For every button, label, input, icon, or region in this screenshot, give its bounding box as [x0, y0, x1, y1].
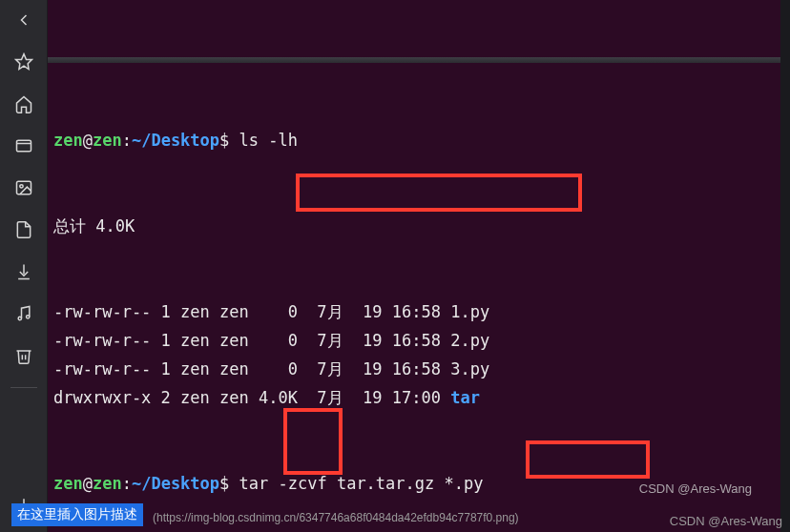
music-icon[interactable]: [10, 299, 38, 328]
svg-rect-3: [16, 181, 31, 194]
prompt-line: zen@zen:~/Desktop$ ls -lh: [53, 126, 775, 154]
download-icon[interactable]: [10, 257, 38, 286]
activity-bar: [0, 0, 48, 532]
video-icon[interactable]: [10, 132, 38, 160]
command-text: ls -lh: [239, 131, 298, 150]
trash-icon[interactable]: [10, 341, 38, 370]
svg-point-4: [19, 185, 22, 188]
ls-row: -rw-rw-r-- 1 zen zen 0 7月 19 16:58 3.py: [53, 355, 775, 383]
highlight-box: [283, 408, 343, 475]
sidebar-separator: [10, 387, 37, 388]
ls-total: 总计 4.0K: [53, 212, 775, 240]
caption-url: (https://img-blog.csdnimg.cn/6347746a68f…: [153, 511, 519, 524]
file-name: tar: [450, 388, 480, 407]
ls-row: drwxrwxr-x 2 zen zen 4.0K 7月 19 17:00 ta…: [53, 383, 775, 412]
window-titlebar: [48, 57, 780, 63]
command-text: tar -zcvf tar.tar.gz *.py: [239, 474, 484, 493]
file-name: 2.py: [450, 331, 489, 350]
chevron-left-icon[interactable]: [10, 6, 38, 34]
watermark: CSDN @Ares-Wang: [639, 475, 752, 503]
caption-placeholder: 在这里插入图片描述: [11, 503, 143, 526]
watermark: CSDN @Ares-Wang: [670, 514, 782, 528]
file-name: 3.py: [450, 359, 489, 379]
star-icon[interactable]: [10, 48, 38, 76]
terminal[interactable]: zen@zen:~/Desktop$ ls -lh 总计 4.0K -rw-rw…: [48, 0, 780, 532]
home-icon[interactable]: [10, 90, 38, 118]
document-icon[interactable]: [10, 215, 38, 244]
svg-point-6: [26, 316, 29, 318]
ls-row: -rw-rw-r-- 1 zen zen 0 7月 19 16:58 2.py: [53, 326, 775, 355]
svg-rect-1: [16, 140, 31, 152]
highlight-box: [296, 174, 582, 212]
ls-row: -rw-rw-r-- 1 zen zen 0 7月 19 16:58 1.py: [53, 297, 775, 326]
image-icon[interactable]: [10, 174, 38, 202]
svg-marker-0: [15, 54, 31, 70]
svg-point-5: [18, 317, 21, 319]
file-name: 1.py: [450, 302, 489, 321]
